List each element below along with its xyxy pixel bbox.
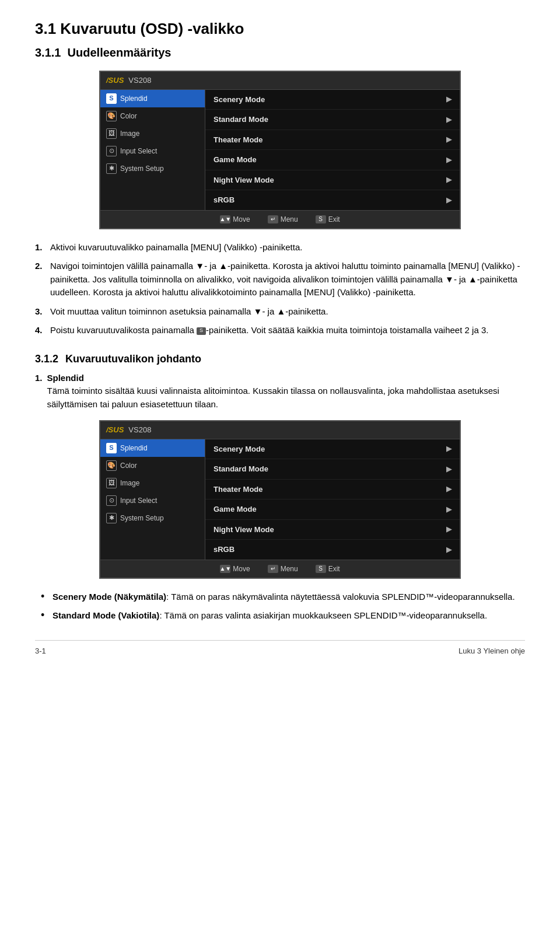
splendid-bold-label: Splendid — [47, 373, 84, 383]
standard-label-1: Standard Mode — [214, 114, 268, 125]
system-icon-1: ✱ — [106, 163, 117, 174]
bullet-standard: • Standard Mode (Vakiotila): Tämä on par… — [41, 609, 525, 623]
instruction-text-2: Navigoi toimintojen välillä painamalla ▼… — [50, 260, 525, 299]
system-label-1: System Setup — [120, 163, 164, 174]
osd-left-system-1[interactable]: ✱ System Setup — [100, 160, 205, 177]
splendid-num: 1. — [35, 372, 43, 411]
srgb-arrow-2: ▶ — [446, 544, 452, 555]
standard-arrow-2: ▶ — [446, 464, 452, 474]
osd-srgb-2[interactable]: sRGB ▶ — [205, 540, 460, 560]
footer-exit-2: S Exit — [316, 564, 340, 574]
bullet-text-scenery: Scenery Mode (Näkymätila): Tämä on paras… — [52, 590, 525, 604]
osd-left-menu-1: S Splendid 🎨 Color 🖼 Image ⊙ Input Selec… — [100, 90, 205, 210]
splendid-heading: Splendid Tämä toiminto sisältää kuusi va… — [47, 372, 525, 411]
srgb-label-2: sRGB — [214, 544, 235, 555]
scenery-mode-bold: Scenery Mode (Näkymätila) — [52, 592, 166, 602]
theater-arrow-2: ▶ — [446, 484, 452, 494]
osd-scenery-2[interactable]: Scenery Mode ▶ — [205, 439, 460, 460]
osd-nightview-2[interactable]: Night View Mode ▶ — [205, 520, 460, 540]
splendid-intro: Tämä toiminto sisältää kuusi valinnaista… — [47, 386, 499, 409]
osd-left-color-2[interactable]: 🎨 Color — [100, 457, 205, 474]
asus-logo-1: /SUS — [106, 75, 124, 86]
main-title: 3.1 Kuvaruutu (OSD) -valikko — [35, 18, 525, 40]
bullet-text-standard: Standard Mode (Vakiotila): Tämä on paras… — [52, 609, 525, 623]
instruction-3: 3. Voit muuttaa valitun toiminnon asetuk… — [35, 305, 525, 319]
menu-icon-1: ↵ — [268, 215, 278, 223]
osd-footer-1: ▲▼ Move ↵ Menu S Exit — [100, 210, 460, 228]
footer-bar: 3-1 Luku 3 Yleinen ohje — [35, 640, 525, 657]
image-icon-1: 🖼 — [106, 128, 117, 139]
input-label-1: Input Select — [120, 146, 157, 156]
splendid-item: 1. Splendid Tämä toiminto sisältää kuusi… — [35, 372, 525, 411]
section-1-2-num: 3.1.2 — [35, 351, 58, 367]
osd-left-input-1[interactable]: ⊙ Input Select — [100, 142, 205, 160]
color-label-1: Color — [120, 111, 137, 121]
osd-header-2: /SUS VS208 — [100, 421, 460, 439]
footer-menu-1: ↵ Menu — [268, 214, 298, 225]
instruction-num-3: 3. — [35, 305, 46, 319]
osd-body-1: S Splendid 🎨 Color 🖼 Image ⊙ Input Selec… — [100, 90, 460, 210]
footer-page-num: 3-1 — [35, 645, 46, 657]
osd-game-1[interactable]: Game Mode ▶ — [205, 150, 460, 170]
nightview-arrow-2: ▶ — [446, 524, 452, 534]
osd-scenery-1[interactable]: Scenery Mode ▶ — [205, 90, 460, 110]
instruction-num-1: 1. — [35, 241, 46, 254]
osd-game-2[interactable]: Game Mode ▶ — [205, 499, 460, 520]
nightview-label-1: Night View Mode — [214, 174, 274, 186]
scenery-label-2: Scenery Mode — [214, 443, 265, 455]
theater-arrow-1: ▶ — [446, 134, 452, 145]
move-icon-1: ▲▼ — [220, 215, 230, 223]
osd-left-input-2[interactable]: ⊙ Input Select — [100, 492, 205, 509]
osd-screenshot-2: /SUS VS208 S Splendid 🎨 Color 🖼 Image — [99, 420, 461, 579]
input-label-2: Input Select — [120, 495, 157, 506]
standard-label-2: Standard Mode — [214, 463, 268, 475]
osd-left-splendid-1[interactable]: S Splendid — [100, 90, 205, 107]
instruction-text-1: Aktivoi kuvaruutuvalikko painamalla [MEN… — [50, 241, 525, 254]
system-icon-2: ✱ — [106, 513, 117, 523]
menu-label-2: Menu — [281, 564, 298, 574]
color-icon-2: 🎨 — [106, 460, 117, 471]
theater-label-2: Theater Mode — [214, 484, 263, 495]
osd-nightview-1[interactable]: Night View Mode ▶ — [205, 170, 460, 191]
instruction-1: 1. Aktivoi kuvaruutuvalikko painamalla [… — [35, 241, 525, 254]
instruction-2: 2. Navigoi toimintojen välillä painamall… — [35, 260, 525, 299]
section-1-2-header: 3.1.2 Kuvaruutuvalikon johdanto — [35, 351, 525, 367]
osd-left-system-2[interactable]: ✱ System Setup — [100, 509, 205, 527]
footer-chapter: Luku 3 Yleinen ohje — [459, 645, 525, 657]
srgb-arrow-1: ▶ — [446, 195, 452, 205]
osd-footer-2: ▲▼ Move ↵ Menu S Exit — [100, 560, 460, 578]
osd-left-image-1[interactable]: 🖼 Image — [100, 125, 205, 142]
exit-label-2: Exit — [328, 564, 340, 574]
footer-menu-2: ↵ Menu — [268, 564, 298, 574]
footer-exit-1: S Exit — [316, 214, 340, 225]
osd-standard-2[interactable]: Standard Mode ▶ — [205, 459, 460, 480]
theater-label-1: Theater Mode — [214, 134, 263, 146]
game-label-2: Game Mode — [214, 504, 257, 515]
color-label-2: Color — [120, 460, 137, 471]
osd-left-splendid-2[interactable]: S Splendid — [100, 439, 205, 457]
osd-theater-2[interactable]: Theater Mode ▶ — [205, 480, 460, 500]
game-arrow-1: ▶ — [446, 155, 452, 165]
osd-left-color-1[interactable]: 🎨 Color — [100, 107, 205, 125]
move-icon-2: ▲▼ — [220, 565, 230, 573]
color-icon-1: 🎨 — [106, 111, 117, 121]
instruction-text-4: Poistu kuvaruutuvalikosta painamalla S-p… — [50, 324, 525, 337]
section-1-2-title: Kuvaruutuvalikon johdanto — [65, 351, 201, 367]
game-label-1: Game Mode — [214, 154, 257, 166]
system-label-2: System Setup — [120, 513, 164, 523]
bullet-scenery: • Scenery Mode (Näkymätila): Tämä on par… — [41, 590, 525, 604]
input-icon-1: ⊙ — [106, 146, 117, 156]
image-label-2: Image — [120, 478, 139, 488]
osd-theater-1[interactable]: Theater Mode ▶ — [205, 130, 460, 151]
osd-screenshot-1: /SUS VS208 S Splendid 🎨 Color 🖼 Image ⊙ — [99, 71, 461, 229]
osd-standard-1[interactable]: Standard Mode ▶ — [205, 110, 460, 130]
splendid-icon-1: S — [106, 93, 117, 104]
exit-icon-2: S — [316, 565, 326, 573]
osd-left-image-2[interactable]: 🖼 Image — [100, 474, 205, 492]
osd-srgb-1[interactable]: sRGB ▶ — [205, 190, 460, 210]
instruction-num-4: 4. — [35, 324, 46, 337]
instruction-num-2: 2. — [35, 260, 46, 299]
bullet-list: • Scenery Mode (Näkymätila): Tämä on par… — [35, 590, 525, 623]
bullet-dot-2: • — [41, 609, 49, 622]
osd-right-menu-2: Scenery Mode ▶ Standard Mode ▶ Theater M… — [205, 439, 460, 560]
